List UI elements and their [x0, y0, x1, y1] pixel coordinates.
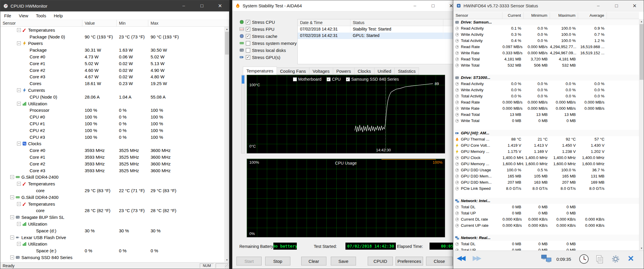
sensor-row[interactable]: Core #04.73 W0.06 W5.02 W [0, 53, 224, 60]
tree-expander[interactable] [17, 88, 21, 92]
sensor-row[interactable]: Temperatures [0, 201, 224, 207]
sensor-row[interactable]: Read Total13 MB13 MB13 MB [453, 111, 639, 118]
close-button[interactable] [626, 0, 644, 11]
scroll-down-icon[interactable] [225, 258, 229, 262]
sensor-row[interactable]: Utilization [0, 221, 224, 227]
sensor-row[interactable]: GPU Thermal ...88 °C21 °C92 °C57 °C [453, 136, 639, 142]
sensor-row[interactable]: Processor100 %0 %100 % [0, 107, 224, 114]
sensor-group-header[interactable]: Drive: ST1000... [453, 75, 639, 81]
sensor-row[interactable]: Temperatures [0, 27, 224, 33]
sensor-row[interactable]: Core #33593 MHz3525 MHz3600 MHz [0, 167, 224, 174]
log-row[interactable]: 07/02/2018 14:42:31Stability Test: Start… [298, 26, 458, 33]
sensor-row[interactable]: Write Total532 MB506 MB532 MB [453, 62, 639, 68]
sensor-row[interactable]: Write Rate0.333 MB/s0.000 MB/s4,294,967.… [453, 50, 639, 56]
vertical-scrollbar[interactable] [224, 27, 229, 262]
sensor-row[interactable]: Core #34.67 W0.02 W4.80 W [0, 74, 224, 80]
sensor-row[interactable]: CPU (Node 0)28.06 A1.04 A55.08 A [0, 94, 224, 100]
aida64-titlebar[interactable]: System Stability Test - AIDA64 [232, 0, 460, 11]
stress-checkbox[interactable] [246, 20, 250, 24]
sensor-row[interactable]: Write Activity0.3 %0.0 %100.0 %0.7 % [453, 31, 639, 38]
stress-checkbox[interactable] [246, 27, 250, 31]
maximize-button[interactable] [193, 0, 211, 11]
column-header-minimum[interactable]: Minimum [524, 12, 550, 19]
scroll-up-icon[interactable] [225, 27, 229, 31]
tree-expander[interactable] [17, 102, 21, 106]
log-column-datetime[interactable]: Date & Time [298, 19, 350, 26]
sensor-row[interactable]: core28 °C (82 °F)23 °C (73 °F)28 °C (82 … [0, 207, 224, 214]
tree-expander[interactable] [17, 222, 21, 226]
sensor-row[interactable]: Total Activity0.0 %0.0 %0.0 %0.0 % [453, 93, 639, 99]
sensor-row[interactable]: GPU D3D Mem...165 MB105 MB165 MB131 MB [453, 173, 639, 179]
sensor-row[interactable]: Currents [0, 87, 224, 94]
sensor-row[interactable]: Package30.31 W1.63 W30.50 W [0, 47, 224, 53]
sensor-group-header[interactable]: Drive: Samsun... [453, 19, 639, 25]
sensor-row[interactable]: Space (e:)0 %0 %0 % [0, 247, 224, 254]
column-header-average[interactable]: Average [578, 12, 607, 19]
clock-icon[interactable] [579, 254, 589, 264]
stress-checkbox[interactable] [246, 41, 250, 45]
column-header-current[interactable]: Current [502, 12, 524, 19]
sensor-group-header[interactable]: Network: Real... [453, 235, 639, 241]
tree-expander[interactable] [17, 242, 21, 246]
column-header-max[interactable]: Max [148, 20, 229, 26]
tab-unified[interactable]: Unified [374, 67, 395, 75]
sensor-row[interactable]: GPU Clock1,400.0 MHz1,400.0 MHz1,400.0 M… [453, 155, 639, 161]
sensor-row[interactable]: Samsung SSD 840 Series [0, 254, 224, 261]
sensor-row[interactable]: Total DL0 MB0 MB0 MB [453, 204, 639, 210]
sensor-row[interactable]: G.Skill DDR4-2400 [0, 194, 224, 201]
settings-gear-icon[interactable] [611, 255, 620, 263]
sensor-row[interactable]: CPU #2100 %0 %100 % [0, 127, 224, 134]
tree-expander[interactable] [17, 28, 21, 32]
legend-checkbox[interactable] [327, 77, 330, 81]
tab-statistics[interactable]: Statistics [395, 67, 419, 75]
sensor-row[interactable]: Write Activity0.0 %0.0 %0.0 %0.0 % [453, 87, 639, 93]
scrollbar-thumb[interactable] [225, 32, 229, 55]
scrollbar-thumb[interactable] [640, 24, 643, 80]
sensor-row[interactable]: Space (d:)30 %30 %30 % [0, 227, 224, 234]
close-button[interactable]: Close [426, 257, 453, 265]
legend-checkbox[interactable] [346, 77, 350, 81]
sensor-row[interactable]: Lexar USB Flash Drive [0, 234, 224, 241]
close-button[interactable] [211, 0, 229, 11]
sensor-row[interactable]: CPU #3100 %0 %100 % [0, 134, 224, 141]
minimize-button[interactable] [406, 0, 424, 11]
stress-option[interactable]: Stress CPU [239, 18, 297, 26]
sensor-row[interactable]: Temperatures [0, 180, 224, 187]
resize-grip[interactable] [225, 264, 229, 268]
hwmonitor-titlebar[interactable]: CPUID HWMonitor [0, 0, 229, 11]
stop-button[interactable]: Stop [265, 257, 290, 265]
sensor-row[interactable]: Powers [0, 40, 224, 47]
sensor-row[interactable]: Read Activity0.0 %0.0 %0.0 %0.0 % [453, 81, 639, 87]
chart-scrollbar[interactable] [241, 75, 245, 153]
sensor-row[interactable]: GPU Memory ...1,600.0 MHz1,600.0 MHz1,60… [453, 161, 639, 167]
tree-expander[interactable] [17, 142, 21, 146]
maximize-button[interactable] [424, 0, 442, 11]
stress-checkbox[interactable] [246, 55, 250, 60]
tree-expander[interactable] [10, 236, 14, 239]
menu-view[interactable]: View [15, 13, 32, 18]
tree-expander[interactable] [10, 195, 14, 199]
sensor-row[interactable]: Utilization [0, 241, 224, 248]
sensor-row[interactable]: CPU #0100 %0 %100 % [0, 114, 224, 120]
sensor-row[interactable]: Current UP rate0.000 KB/s0.000 KB/s0.000… [453, 222, 639, 229]
sensor-row[interactable]: Package (Node 0)90 °C (193 °F)23 °C (73 … [0, 33, 224, 40]
column-header-min[interactable]: Min [117, 20, 148, 26]
column-header-value[interactable]: Value [82, 20, 117, 26]
minimize-button[interactable] [175, 0, 193, 11]
tree-expander[interactable] [10, 215, 14, 219]
sensor-row[interactable]: Read Activity0.1 %0.0 %100.0 %0.9 % [453, 25, 639, 31]
scroll-up-icon[interactable] [639, 19, 644, 24]
sensor-row[interactable]: Read Rate0.000 MB/s0.000 MB/s0.000 MB/s0… [453, 99, 639, 105]
menu-tools[interactable]: Tools [32, 13, 50, 18]
sensor-row[interactable]: GPU D3D Mem...207 MB163 MB207 MB169 MB [453, 179, 639, 185]
sensor-row[interactable]: CPU #1100 %0 %100 % [0, 120, 224, 127]
maximize-button[interactable] [607, 0, 626, 11]
tree-expander[interactable] [10, 175, 14, 179]
sensor-row[interactable]: Core #23593 MHz3525 MHz3600 MHz [0, 160, 224, 167]
stress-option[interactable]: Stress cache [239, 33, 297, 40]
tree-expander[interactable] [17, 41, 21, 45]
stress-checkbox[interactable] [246, 48, 250, 53]
close-sensors-icon[interactable] [628, 253, 634, 264]
tree-expander[interactable] [17, 202, 21, 206]
start-button[interactable]: Start [236, 257, 262, 265]
